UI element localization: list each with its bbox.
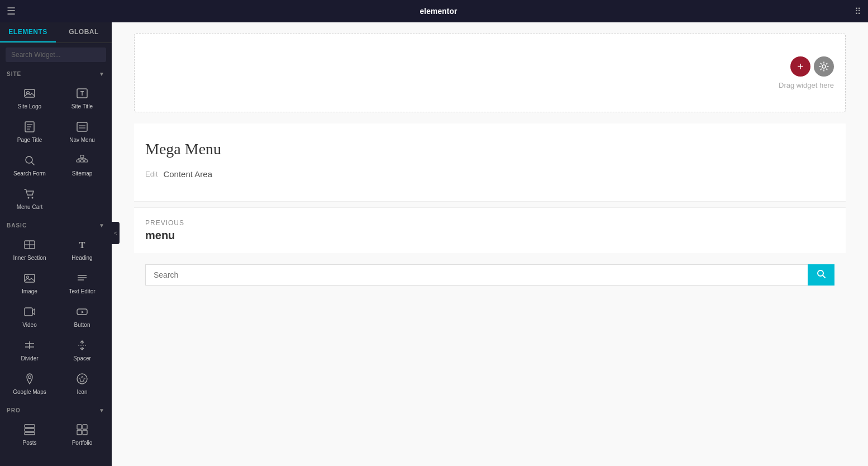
search-bar-input[interactable] — [145, 264, 808, 286]
svg-rect-47 — [83, 425, 87, 429]
basic-section-header[interactable]: BASIC ▼ — [0, 218, 112, 231]
sitemap-label: Sitemap — [72, 170, 93, 177]
basic-section-label: BASIC — [7, 222, 27, 229]
site-section-arrow: ▼ — [99, 71, 105, 77]
site-logo-icon — [23, 87, 36, 101]
tab-elements[interactable]: ELEMENTS — [0, 22, 56, 42]
basic-section-arrow: ▼ — [99, 222, 105, 229]
image-label: Image — [22, 288, 37, 294]
svg-rect-45 — [25, 432, 35, 435]
heading-label: Heading — [71, 255, 92, 261]
settings-button[interactable] — [814, 56, 834, 77]
edit-label[interactable]: Edit — [145, 170, 158, 178]
spacer-label: Spacer — [73, 355, 91, 362]
widget-google-maps[interactable]: Google Maps — [3, 367, 56, 401]
svg-point-41 — [28, 376, 31, 379]
search-submit-icon — [817, 269, 826, 278]
widget-posts[interactable]: Posts — [3, 418, 56, 451]
pro-section-header[interactable]: PRO ▼ — [0, 403, 112, 416]
site-logo-label: Site Logo — [18, 103, 41, 110]
inner-section-label: Inner Section — [13, 255, 46, 261]
mega-menu-title: Mega Menu — [145, 140, 834, 158]
main-content: + Drag widget here Mega Menu Edit Conten… — [112, 22, 868, 466]
widget-portfolio[interactable]: Portfolio — [56, 418, 108, 451]
svg-line-52 — [823, 275, 825, 278]
nav-menu-label: Nav Menu — [69, 137, 95, 143]
widget-spacer[interactable]: Spacer — [56, 334, 108, 367]
svg-point-50 — [822, 65, 826, 68]
widget-page-title[interactable]: Page Title — [3, 115, 56, 149]
portfolio-label: Portfolio — [72, 440, 93, 446]
widget-nav-menu[interactable]: Nav Menu — [56, 115, 108, 149]
basic-widget-grid: Inner Section T Heading I — [0, 231, 112, 403]
svg-rect-15 — [80, 160, 84, 162]
svg-rect-44 — [25, 429, 35, 431]
widget-image[interactable]: Image — [3, 267, 56, 300]
page-title-label: Page Title — [17, 137, 42, 143]
widget-divider[interactable]: Divider — [3, 334, 56, 367]
post-nav-title[interactable]: menu — [145, 229, 834, 242]
content-area-row: Edit Content Area — [145, 169, 834, 179]
widget-site-logo[interactable]: Site Logo — [3, 82, 56, 115]
search-form-icon — [23, 154, 36, 168]
search-bar-wrapper — [134, 264, 846, 286]
svg-rect-14 — [77, 160, 80, 162]
tab-global[interactable]: GLOBAL — [56, 22, 112, 42]
text-editor-icon — [76, 272, 88, 286]
widget-search-form[interactable]: Search Form — [3, 149, 56, 182]
search-bar-button[interactable] — [808, 264, 834, 286]
site-widget-grid: Site Logo T Site Title — [0, 79, 112, 218]
search-input[interactable] — [6, 47, 106, 62]
video-icon — [23, 306, 36, 320]
pro-widget-grid: Posts Portfolio — [0, 416, 112, 454]
widget-site-title[interactable]: T Site Title — [56, 82, 108, 115]
portfolio-icon — [76, 424, 88, 438]
widget-inner-section[interactable]: Inner Section — [3, 233, 56, 267]
menu-cart-label: Menu Cart — [17, 204, 43, 210]
site-title-icon: T — [76, 87, 88, 101]
svg-rect-0 — [25, 89, 35, 97]
svg-rect-46 — [77, 425, 82, 429]
mega-menu-section: Mega Menu Edit Content Area — [134, 123, 846, 202]
posts-icon — [23, 424, 36, 438]
svg-rect-43 — [25, 425, 35, 427]
sidebar: ELEMENTS GLOBAL SITE ▼ Site Logo — [0, 22, 112, 466]
video-label: Video — [22, 322, 36, 328]
widget-button[interactable]: Button — [56, 300, 108, 334]
hamburger-icon[interactable]: ☰ — [7, 5, 16, 17]
widget-text-editor[interactable]: Text Editor — [56, 267, 108, 300]
spacer-icon — [76, 339, 88, 353]
top-bar: ☰ elementor ⠿ — [0, 0, 868, 22]
svg-rect-8 — [77, 122, 87, 131]
drag-zone-buttons: + — [790, 56, 834, 77]
widget-video[interactable]: Video — [3, 300, 56, 334]
settings-icon — [819, 61, 829, 72]
sidebar-tabs: ELEMENTS GLOBAL — [0, 22, 112, 43]
svg-rect-27 — [25, 274, 35, 282]
widget-icon[interactable]: Icon — [56, 367, 108, 401]
search-form-label: Search Form — [13, 170, 46, 177]
inner-section-icon — [23, 239, 36, 253]
widget-menu-cart[interactable]: Menu Cart — [3, 182, 56, 216]
site-section-header[interactable]: SITE ▼ — [0, 66, 112, 79]
text-editor-label: Text Editor — [69, 288, 95, 294]
pro-section-arrow: ▼ — [99, 407, 105, 413]
widget-heading[interactable]: T Heading — [56, 233, 108, 267]
grid-icon[interactable]: ⠿ — [855, 6, 861, 17]
content-area-text: Content Area — [163, 169, 212, 179]
add-widget-button[interactable]: + — [790, 56, 810, 77]
widget-sitemap[interactable]: Sitemap — [56, 149, 108, 182]
svg-rect-16 — [84, 160, 88, 162]
widget-search-wrapper — [0, 43, 112, 66]
svg-text:T: T — [80, 91, 84, 97]
elementor-logo: elementor — [22, 7, 855, 16]
svg-point-22 — [32, 197, 34, 199]
drag-zone: + Drag widget here — [134, 34, 846, 112]
page-title-icon — [23, 121, 36, 135]
collapse-sidebar-handle[interactable]: < — [112, 222, 120, 244]
button-icon — [76, 306, 88, 320]
pro-section-label: PRO — [7, 407, 21, 413]
image-icon — [23, 272, 36, 286]
post-navigation: PREVIOUS menu — [134, 207, 846, 253]
svg-text:T: T — [79, 240, 85, 250]
